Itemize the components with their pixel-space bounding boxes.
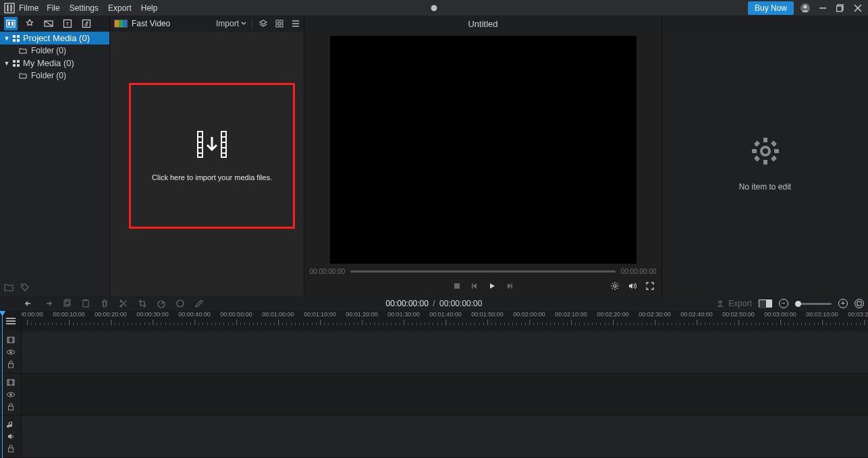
timeline-export-button: Export [716, 299, 752, 308]
track-row-video-1[interactable] [22, 331, 868, 374]
buy-now-button[interactable]: Buy Now [748, 1, 794, 15]
inspector-panel: No item to edit [662, 32, 868, 296]
sidebar: ▼ Project Media (0) Folder (0) ▼ My Medi… [0, 32, 110, 296]
preview-scrubber[interactable] [350, 270, 615, 273]
window-minimize-button[interactable] [817, 2, 829, 14]
mode-transitions-button[interactable] [42, 17, 55, 30]
svg-rect-26 [17, 35, 20, 38]
sidebar-item-project-folder[interactable]: Folder (0) [0, 45, 109, 57]
new-folder-icon[interactable] [4, 283, 13, 292]
menubar: File Settings Export Help [47, 3, 157, 13]
preview-volume-icon[interactable] [627, 281, 638, 291]
svg-rect-60 [763, 160, 767, 165]
ruler-mark: 00:03:10:00 [806, 311, 838, 318]
svg-rect-64 [770, 155, 776, 161]
svg-rect-48 [472, 283, 473, 289]
menu-settings[interactable]: Settings [70, 3, 99, 13]
zoom-fit-button[interactable] [855, 299, 864, 308]
svg-rect-11 [8, 22, 10, 26]
window-close-button[interactable] [852, 2, 864, 14]
mode-text-button[interactable]: T [61, 17, 74, 30]
lock-icon[interactable] [6, 360, 16, 369]
tag-icon[interactable] [20, 283, 30, 292]
svg-rect-1 [7, 5, 9, 11]
mode-effects-button[interactable] [23, 17, 36, 30]
inspector-empty-text: No item to edit [739, 182, 791, 192]
ruler-mark: 00:02:40:00 [680, 311, 713, 318]
svg-rect-89 [8, 406, 13, 410]
marker-toggle-icon[interactable] [759, 299, 772, 308]
svg-rect-40 [198, 154, 202, 156]
timeline-ruler[interactable]: 00:00:00:0000:00:10:0000:00:20:0000:00:3… [22, 311, 868, 331]
zoom-in-button[interactable]: + [838, 299, 848, 308]
paste-button [81, 299, 90, 308]
dropzone-text: Click here to import your media files. [152, 173, 272, 181]
folder-icon [19, 47, 27, 54]
ruler-mark: 00:00:40:00 [178, 311, 211, 318]
track-header-audio[interactable] [0, 416, 21, 458]
track-row-audio[interactable] [22, 416, 868, 458]
account-icon[interactable] [799, 2, 811, 14]
ruler-mark: 00:01:40:00 [429, 311, 462, 318]
ruler-mark: 00:02:10:00 [555, 311, 587, 318]
grid-icon [12, 59, 20, 67]
mode-media-button[interactable] [4, 17, 18, 30]
svg-rect-29 [13, 60, 16, 63]
sidebar-item-project-media[interactable]: ▼ Project Media (0) [0, 32, 109, 45]
ruler-mark: 00:00:00:00 [22, 311, 43, 318]
svg-rect-76 [857, 302, 861, 306]
mode-audio-button[interactable] [80, 17, 93, 30]
svg-rect-0 [5, 3, 14, 13]
stop-button[interactable] [452, 281, 462, 291]
media-panel: Click here to import your media files. [110, 32, 304, 296]
zoom-out-button[interactable]: − [779, 299, 788, 308]
ruler-mark: 00:02:00:00 [513, 311, 545, 318]
film-icon [6, 378, 16, 387]
svg-rect-84 [8, 364, 13, 368]
svg-rect-10 [7, 20, 15, 27]
ruler-mark: 00:03:20:00 [848, 311, 868, 318]
track-row-video-2[interactable] [22, 374, 868, 416]
import-dropdown[interactable]: Import [216, 19, 246, 28]
track-header-video-1[interactable] [0, 331, 21, 374]
preview-fullscreen-icon[interactable] [645, 281, 655, 291]
menu-file[interactable]: File [47, 3, 59, 13]
eye-icon[interactable] [6, 390, 16, 399]
fast-video-button[interactable]: Fast Video [132, 19, 170, 28]
svg-point-83 [9, 351, 11, 353]
sort-layers-icon[interactable] [258, 18, 269, 29]
speaker-icon[interactable] [6, 432, 16, 441]
track-header-video-2[interactable] [0, 374, 21, 416]
menu-export[interactable]: Export [108, 3, 132, 13]
window-maximize-button[interactable] [834, 2, 846, 14]
lock-icon[interactable] [6, 444, 16, 453]
svg-rect-59 [763, 138, 767, 142]
ruler-mark: 00:01:20:00 [346, 311, 378, 318]
playhead[interactable] [2, 311, 3, 458]
undo-button[interactable] [24, 299, 34, 308]
view-grid-icon[interactable] [274, 18, 285, 29]
sidebar-item-my-media[interactable]: ▼ My Media (0) [0, 57, 109, 69]
zoom-slider[interactable] [795, 303, 832, 305]
chevron-down-icon [241, 21, 246, 26]
preview-settings-icon[interactable] [609, 281, 620, 291]
svg-rect-65 [770, 140, 776, 146]
svg-rect-47 [454, 283, 460, 289]
import-dropzone[interactable]: Click here to import your media files. [129, 83, 295, 229]
svg-rect-38 [198, 143, 202, 147]
svg-rect-25 [13, 35, 16, 38]
svg-rect-63 [753, 140, 759, 146]
svg-line-74 [161, 302, 163, 304]
next-frame-button[interactable] [504, 281, 515, 291]
svg-rect-2 [11, 5, 12, 11]
prev-frame-button[interactable] [469, 281, 480, 291]
menu-help[interactable]: Help [141, 3, 158, 13]
sidebar-item-my-folder[interactable]: Folder (0) [0, 69, 109, 82]
project-title: Untitled [304, 16, 662, 32]
eye-icon[interactable] [6, 347, 16, 357]
preview-time-start: 00:00:00:00 [310, 268, 346, 275]
lock-icon[interactable] [6, 402, 16, 411]
view-list-icon[interactable] [290, 18, 301, 29]
play-button[interactable] [487, 281, 497, 291]
titlebar: Filme File Settings Export Help Buy Now [0, 0, 868, 16]
